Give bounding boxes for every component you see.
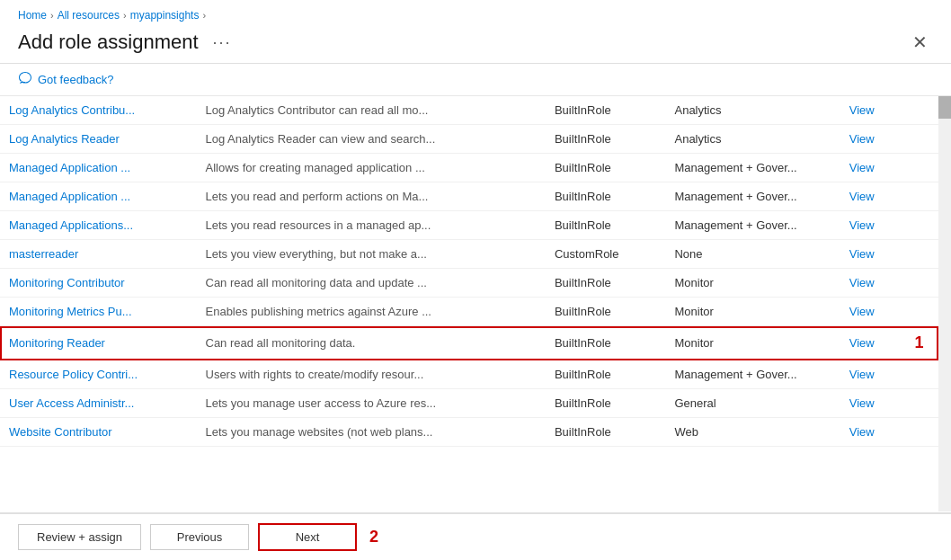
role-desc: Enables publishing metrics against Azure…: [197, 298, 546, 326]
feedback-icon: [18, 71, 32, 88]
scrollbar-thumb[interactable]: [938, 96, 951, 119]
role-name: Managed Application ...: [0, 182, 197, 211]
roles-table: Log Analytics Contribu... Log Analytics …: [0, 96, 938, 447]
view-link[interactable]: View: [840, 211, 906, 240]
role-type: BuiltInRole: [546, 269, 666, 298]
role-type: BuiltInRole: [546, 418, 666, 447]
view-link[interactable]: View: [840, 96, 906, 125]
role-type: BuiltInRole: [546, 389, 666, 418]
previous-button[interactable]: Previous: [150, 524, 249, 550]
role-type: BuiltInRole: [546, 326, 666, 360]
role-category: Monitor: [665, 298, 840, 326]
breadcrumb-resource[interactable]: myappinsights: [130, 9, 200, 22]
breadcrumb: Home › All resources › myappinsights ›: [0, 0, 951, 27]
review-assign-button[interactable]: Review + assign: [18, 524, 141, 550]
role-type: BuiltInRole: [546, 182, 666, 211]
table-row[interactable]: Monitoring Reader Can read all monitorin…: [0, 326, 938, 360]
role-desc: Can read all monitoring data and update …: [197, 269, 546, 298]
table-row[interactable]: Resource Policy Contri... Users with rig…: [0, 360, 938, 389]
role-type: BuiltInRole: [546, 125, 666, 154]
role-name: Managed Applications...: [0, 211, 197, 240]
role-type: BuiltInRole: [546, 154, 666, 182]
view-link[interactable]: View: [840, 389, 906, 418]
role-type: CustomRole: [546, 240, 666, 269]
role-category: Management + Gover...: [665, 211, 840, 240]
role-type: BuiltInRole: [546, 211, 666, 240]
role-category: Management + Gover...: [665, 182, 840, 211]
role-category: Management + Gover...: [665, 154, 840, 182]
table-container[interactable]: Log Analytics Contribu... Log Analytics …: [0, 96, 938, 511]
table-row[interactable]: Log Analytics Reader Log Analytics Reade…: [0, 125, 938, 154]
role-desc: Users with rights to create/modify resou…: [197, 360, 546, 389]
view-link[interactable]: View: [840, 298, 906, 326]
role-name: masterreader: [0, 240, 197, 269]
role-category: General: [665, 389, 840, 418]
table-row[interactable]: Website Contributor Lets you manage webs…: [0, 418, 938, 447]
feedback-text[interactable]: Got feedback?: [38, 73, 114, 86]
role-name: Monitoring Reader: [0, 326, 197, 360]
view-link[interactable]: View: [840, 360, 906, 389]
view-link[interactable]: View: [840, 326, 906, 360]
close-button[interactable]: ✕: [907, 31, 933, 53]
role-name: Monitoring Metrics Pu...: [0, 298, 197, 326]
view-link[interactable]: View: [840, 125, 906, 154]
role-desc: Lets you view everything, but not make a…: [197, 240, 546, 269]
view-link[interactable]: View: [840, 154, 906, 182]
table-row[interactable]: Monitoring Contributor Can read all moni…: [0, 269, 938, 298]
role-desc: Log Analytics Reader can view and search…: [197, 125, 546, 154]
role-name: Managed Application ...: [0, 154, 197, 182]
ellipsis-button[interactable]: ···: [208, 31, 237, 54]
table-row[interactable]: Log Analytics Contribu... Log Analytics …: [0, 96, 938, 125]
role-desc: Lets you manage user access to Azure res…: [197, 389, 546, 418]
role-desc: Lets you read resources in a managed ap.…: [197, 211, 546, 240]
view-link[interactable]: View: [840, 240, 906, 269]
table-row[interactable]: Managed Applications... Lets you read re…: [0, 211, 938, 240]
badge-number: 2: [369, 528, 378, 547]
role-category: Monitor: [665, 269, 840, 298]
role-type: BuiltInRole: [546, 360, 666, 389]
role-category: None: [665, 240, 840, 269]
role-name: Log Analytics Reader: [0, 125, 197, 154]
row-badge: 1: [906, 326, 938, 360]
view-link[interactable]: View: [840, 182, 906, 211]
page-title: Add role assignment: [18, 31, 199, 54]
scrollbar-track[interactable]: [938, 96, 951, 511]
role-name: Monitoring Contributor: [0, 269, 197, 298]
table-row[interactable]: Managed Application ... Allows for creat…: [0, 154, 938, 182]
footer: Review + assign Previous Next 2: [0, 512, 951, 560]
role-category: Monitor: [665, 326, 840, 360]
next-button[interactable]: Next: [258, 523, 357, 551]
role-name: Log Analytics Contribu...: [0, 96, 197, 125]
breadcrumb-home[interactable]: Home: [18, 9, 47, 22]
role-desc: Allows for creating managed application …: [197, 154, 546, 182]
main-content: Log Analytics Contribu... Log Analytics …: [0, 96, 951, 511]
table-row[interactable]: masterreader Lets you view everything, b…: [0, 240, 938, 269]
breadcrumb-all-resources[interactable]: All resources: [58, 9, 120, 22]
role-desc: Lets you manage websites (not web plans.…: [197, 418, 546, 447]
role-desc: Lets you read and perform actions on Ma.…: [197, 182, 546, 211]
table-row[interactable]: User Access Administr... Lets you manage…: [0, 389, 938, 418]
view-link[interactable]: View: [840, 269, 906, 298]
role-desc: Can read all monitoring data.: [197, 326, 546, 360]
page-header: Add role assignment ··· ✕: [0, 27, 951, 64]
role-type: BuiltInRole: [546, 96, 666, 125]
role-category: Management + Gover...: [665, 360, 840, 389]
role-type: BuiltInRole: [546, 298, 666, 326]
table-row[interactable]: Monitoring Metrics Pu... Enables publish…: [0, 298, 938, 326]
role-desc: Log Analytics Contributor can read all m…: [197, 96, 546, 125]
feedback-row: Got feedback?: [0, 64, 951, 96]
role-category: Analytics: [665, 125, 840, 154]
view-link[interactable]: View: [840, 418, 906, 447]
table-row[interactable]: Managed Application ... Lets you read an…: [0, 182, 938, 211]
role-category: Web: [665, 418, 840, 447]
role-category: Analytics: [665, 96, 840, 125]
role-name: User Access Administr...: [0, 389, 197, 418]
role-name: Resource Policy Contri...: [0, 360, 197, 389]
role-name: Website Contributor: [0, 418, 197, 447]
